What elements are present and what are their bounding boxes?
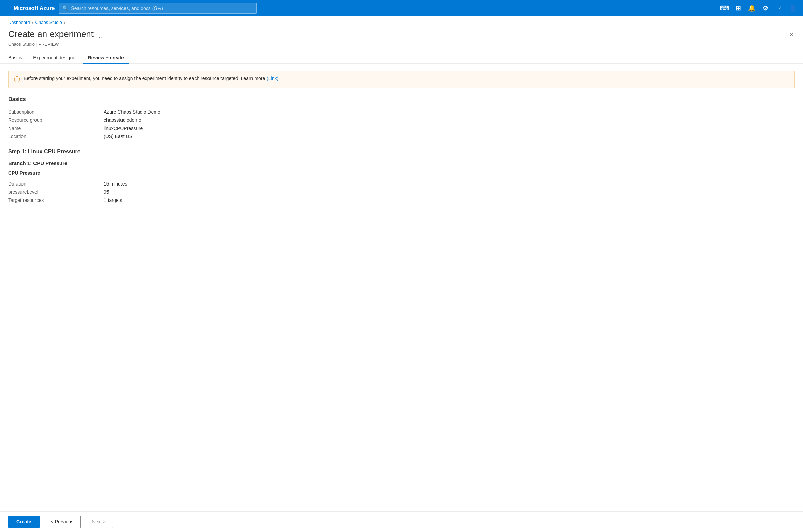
detail-row-name: Name linuxCPUPressure — [8, 124, 795, 132]
cpu-pressure-detail-table: Duration 15 minutes pressureLevel 95 Tar… — [8, 180, 795, 204]
value-pressure-level: 95 — [104, 189, 109, 195]
info-banner-text: Before starting your experiment, you nee… — [24, 75, 278, 82]
topbar: ☰ Microsoft Azure 🔍 ⌨ ⊞ 🔔 ⚙ ? 👤 — [0, 0, 803, 16]
detail-row-pressure-level: pressureLevel 95 — [8, 188, 795, 196]
label-name: Name — [8, 125, 104, 131]
step1-heading: Step 1: Linux CPU Pressure — [8, 149, 795, 155]
detail-row-duration: Duration 15 minutes — [8, 180, 795, 188]
basics-section: Basics Subscription Azure Chaos Studio D… — [8, 96, 795, 141]
step1-section: Step 1: Linux CPU Pressure Branch 1: CPU… — [8, 149, 795, 204]
breadcrumb-chaos-studio[interactable]: Chaos Studio — [35, 20, 62, 25]
info-banner: ⓘ Before starting your experiment, you n… — [8, 71, 795, 88]
main-area: Dashboard › Chaos Studio › Create an exp… — [0, 16, 803, 532]
previous-button[interactable]: < Previous — [44, 516, 81, 528]
search-icon: 🔍 — [62, 5, 68, 11]
page-title: Create an experiment — [8, 29, 94, 40]
hamburger-menu-button[interactable]: ☰ — [4, 4, 10, 12]
label-pressure-level: pressureLevel — [8, 189, 104, 195]
cpu-pressure-heading: CPU Pressure — [8, 170, 795, 176]
breadcrumb-sep-2: › — [64, 20, 66, 25]
notifications-button[interactable]: 🔔 — [746, 2, 758, 14]
page-subtitle: Chaos Studio | PREVIEW — [0, 41, 803, 47]
bottom-bar: Create < Previous Next > — [0, 511, 803, 532]
help-button[interactable]: ? — [773, 2, 785, 14]
next-button: Next > — [85, 516, 113, 528]
branch1-section: Branch 1: CPU Pressure CPU Pressure Dura… — [8, 160, 795, 204]
label-target-resources: Target resources — [8, 197, 104, 203]
value-name: linuxCPUPressure — [104, 125, 143, 131]
value-duration: 15 minutes — [104, 181, 127, 187]
basics-heading: Basics — [8, 96, 795, 102]
detail-row-target-resources: Target resources 1 targets — [8, 196, 795, 204]
label-subscription: Subscription — [8, 109, 104, 115]
tab-experiment-designer[interactable]: Experiment designer — [28, 52, 82, 64]
label-duration: Duration — [8, 181, 104, 187]
tabs: Basics Experiment designer Review + crea… — [0, 47, 803, 64]
content-area: ⓘ Before starting your experiment, you n… — [0, 64, 803, 511]
value-resource-group: chaosstudiodemo — [104, 117, 141, 123]
cloud-shell-button[interactable]: ⌨ — [718, 2, 731, 14]
value-target-resources: 1 targets — [104, 197, 122, 203]
cpu-pressure-section: CPU Pressure Duration 15 minutes pressur… — [8, 170, 795, 204]
learn-more-link[interactable]: (Link) — [267, 76, 278, 81]
detail-row-location: Location (US) East US — [8, 132, 795, 141]
branch1-heading: Branch 1: CPU Pressure — [8, 160, 795, 166]
page-header-left: Create an experiment ... — [8, 29, 105, 41]
label-location: Location — [8, 134, 104, 139]
directory-button[interactable]: ⊞ — [732, 2, 744, 14]
info-icon: ⓘ — [14, 75, 20, 84]
breadcrumb-sep-1: › — [32, 20, 33, 25]
search-input[interactable] — [71, 5, 253, 11]
breadcrumb-dashboard[interactable]: Dashboard — [8, 20, 30, 25]
account-button[interactable]: 👤 — [787, 2, 799, 14]
search-box[interactable]: 🔍 — [59, 3, 257, 14]
value-subscription: Azure Chaos Studio Demo — [104, 109, 160, 115]
create-button[interactable]: Create — [8, 516, 40, 528]
label-resource-group: Resource group — [8, 117, 104, 123]
page-menu-button[interactable]: ... — [97, 30, 105, 41]
topbar-icons: ⌨ ⊞ 🔔 ⚙ ? 👤 — [718, 2, 799, 14]
detail-row-resource-group: Resource group chaosstudiodemo — [8, 116, 795, 124]
settings-button[interactable]: ⚙ — [759, 2, 772, 14]
detail-row-subscription: Subscription Azure Chaos Studio Demo — [8, 108, 795, 116]
value-location: (US) East US — [104, 134, 132, 139]
breadcrumb: Dashboard › Chaos Studio › — [0, 16, 803, 26]
basics-detail-table: Subscription Azure Chaos Studio Demo Res… — [8, 108, 795, 141]
close-button[interactable]: × — [788, 29, 795, 41]
page-header: Create an experiment ... × — [0, 26, 803, 41]
tab-review-create[interactable]: Review + create — [83, 52, 129, 64]
tab-basics[interactable]: Basics — [8, 52, 28, 64]
brand-name: Microsoft Azure — [14, 5, 55, 11]
